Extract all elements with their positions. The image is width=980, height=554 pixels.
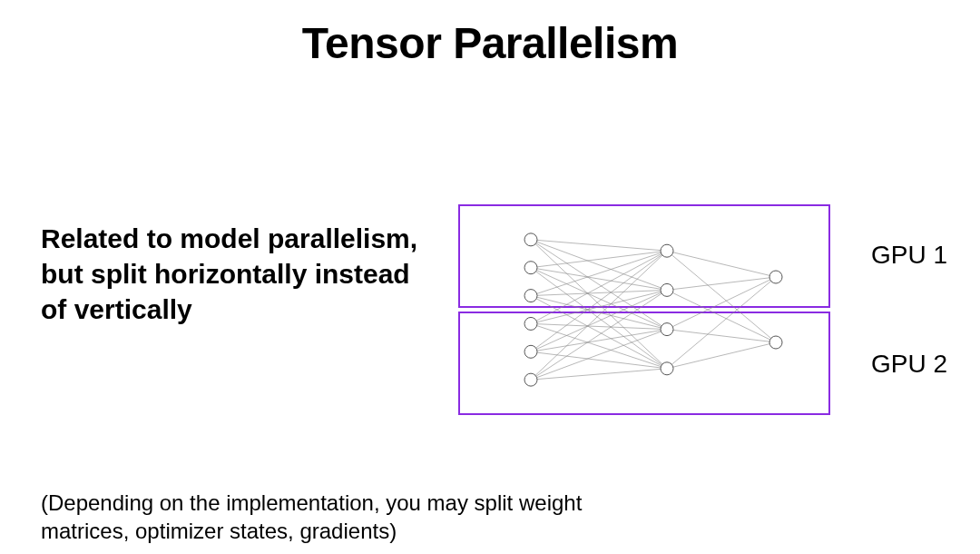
svg-point-38 [661,244,673,257]
svg-line-18 [531,330,667,352]
svg-line-24 [667,251,776,277]
neural-network-icon [513,212,803,408]
svg-point-35 [524,317,537,330]
svg-line-27 [667,290,776,342]
svg-line-15 [531,323,667,368]
svg-point-33 [524,262,537,274]
svg-point-39 [661,283,673,296]
svg-line-21 [531,290,667,380]
svg-line-5 [531,268,667,291]
gpu1-label: GPU 1 [871,241,947,270]
svg-line-20 [531,251,667,380]
svg-line-8 [531,251,667,295]
svg-line-23 [531,369,667,380]
svg-line-26 [667,277,776,290]
gpu2-label: GPU 2 [871,350,947,379]
svg-line-29 [667,330,776,342]
svg-point-32 [524,233,537,246]
svg-line-28 [667,277,776,330]
svg-line-3 [531,240,667,369]
svg-line-31 [667,342,776,369]
svg-line-25 [667,251,776,342]
svg-point-42 [769,271,782,283]
svg-line-2 [531,240,667,330]
slide-description: Related to model parallelism, but split … [41,221,422,327]
svg-line-0 [531,240,667,251]
svg-line-6 [531,268,667,330]
svg-line-30 [667,277,776,369]
svg-line-17 [531,290,667,351]
slide-title: Tensor Parallelism [0,18,980,68]
svg-point-43 [769,336,782,349]
svg-point-37 [524,373,537,386]
svg-point-40 [661,323,673,336]
svg-point-36 [524,345,537,358]
tensor-parallelism-diagram [458,204,830,413]
slide-footnote: (Depending on the implementation, you ma… [41,489,622,545]
svg-point-41 [661,362,673,375]
svg-point-34 [524,290,537,302]
